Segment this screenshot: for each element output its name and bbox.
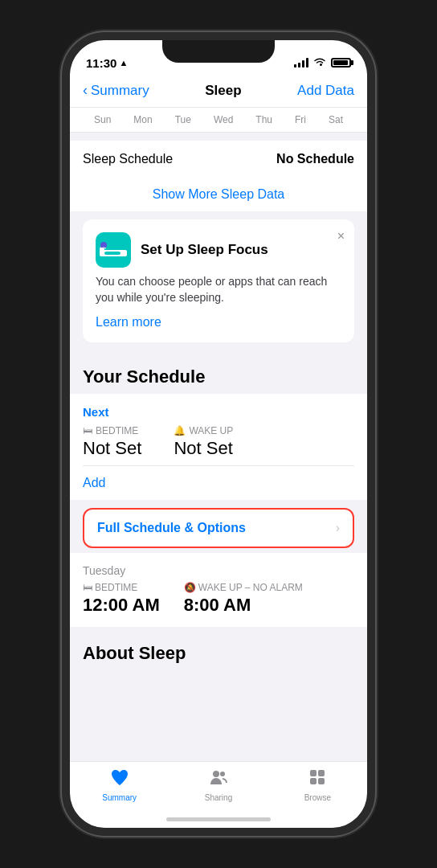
tab-summary[interactable]: Summary — [70, 768, 169, 802]
day-fri[interactable]: Fri — [295, 114, 306, 125]
tab-browse-label: Browse — [304, 793, 331, 802]
bell-icon: 🔕 — [184, 582, 196, 593]
bedtime-item: 🛏 BEDTIME Not Set — [83, 425, 141, 459]
day-sun[interactable]: Sun — [94, 114, 111, 125]
time-label: 11:30 — [86, 56, 116, 70]
bed-icon: 🛏 — [83, 425, 92, 436]
sleep-focus-card: × Set Up — [83, 219, 354, 342]
sleep-focus-title: Set Up Sleep Focus — [141, 242, 268, 258]
tab-sharing-label: Sharing — [205, 793, 232, 802]
tuesday-bedtime-value: 12:00 AM — [83, 595, 160, 616]
close-icon: × — [337, 229, 345, 243]
nav-bar: ‹ Summary Sleep Add Data — [70, 76, 367, 108]
day-wed[interactable]: Wed — [214, 114, 233, 125]
add-schedule-button[interactable]: Add — [70, 466, 367, 500]
wakeup-value: Not Set — [174, 438, 233, 459]
tuesday-wakeup-label: WAKE UP – NO ALARM — [198, 582, 303, 593]
your-schedule-header: Your Schedule — [70, 350, 367, 394]
svg-rect-2 — [104, 252, 120, 255]
show-more-sleep-data[interactable]: Show More Sleep Data — [70, 178, 367, 211]
day-thu[interactable]: Thu — [255, 114, 272, 125]
bed-icon-2: 🛏 — [83, 582, 92, 593]
phone-frame: 11:30 ▲ — [62, 32, 375, 836]
full-schedule-label: Full Schedule & Options — [97, 521, 246, 535]
add-data-button[interactable]: Add Data — [297, 83, 354, 99]
day-sat[interactable]: Sat — [329, 114, 343, 125]
svg-rect-8 — [310, 778, 317, 784]
tuesday-bedtime-type: 🛏 BEDTIME — [83, 582, 160, 593]
bedtime-type: 🛏 BEDTIME — [83, 425, 141, 436]
tuesday-day-label: Tuesday — [83, 564, 354, 577]
wifi-icon — [313, 57, 326, 69]
svg-point-5 — [220, 772, 225, 776]
back-label: Summary — [91, 83, 149, 99]
sleep-focus-header: Set Up Sleep Focus — [96, 232, 341, 268]
tuesday-bedtime-item: 🛏 BEDTIME 12:00 AM — [83, 582, 160, 616]
learn-more-link[interactable]: Learn more — [96, 315, 161, 329]
next-label: Next — [83, 405, 354, 419]
svg-rect-7 — [318, 770, 325, 776]
day-selector: Sun Mon Tue Wed Thu Fri Sat — [70, 108, 367, 133]
svg-point-4 — [213, 771, 219, 777]
notch — [162, 40, 275, 63]
sleep-focus-icon — [96, 232, 131, 268]
day-tue[interactable]: Tue — [175, 114, 191, 125]
chevron-left-icon: ‹ — [83, 82, 88, 99]
tuesday-schedule-card: Tuesday 🛏 BEDTIME 12:00 AM 🔕 — [70, 553, 367, 627]
page-title: Sleep — [205, 83, 241, 99]
back-button[interactable]: ‹ Summary — [83, 82, 149, 99]
wakeup-type: 🔔 WAKE UP — [174, 425, 233, 436]
tuesday-wakeup-type: 🔕 WAKE UP – NO ALARM — [184, 582, 303, 593]
show-more-text: Show More Sleep Data — [153, 187, 285, 201]
status-icons — [294, 57, 351, 69]
screen: 11:30 ▲ — [70, 40, 367, 828]
location-icon: ▲ — [119, 58, 128, 68]
about-sleep-header: About Sleep — [70, 627, 367, 670]
sleep-schedule-card: Sleep Schedule No Schedule — [70, 141, 367, 178]
sleep-schedule-value: No Schedule — [276, 152, 354, 166]
alarm-icon: 🔔 — [174, 425, 186, 436]
schedule-next-section: Next 🛏 BEDTIME Not Set — [70, 394, 367, 465]
tuesday-wakeup-value: 8:00 AM — [184, 595, 303, 616]
signal-icon — [294, 58, 308, 68]
tab-sharing[interactable]: Sharing — [169, 768, 268, 802]
heart-icon — [110, 768, 129, 791]
bedtime-label: BEDTIME — [96, 425, 138, 436]
wakeup-label: WAKE UP — [189, 425, 233, 436]
chevron-right-icon: › — [336, 521, 340, 535]
battery-icon — [331, 58, 351, 68]
svg-rect-9 — [318, 778, 325, 784]
phone-container: 11:30 ▲ — [0, 0, 437, 868]
tuesday-wakeup-item: 🔕 WAKE UP – NO ALARM 8:00 AM — [184, 582, 303, 616]
status-bar: 11:30 ▲ — [70, 40, 367, 76]
tab-summary-label: Summary — [102, 793, 137, 802]
bedtime-value: Not Set — [83, 438, 141, 459]
browse-icon — [308, 768, 326, 791]
home-indicator — [166, 817, 271, 821]
sleep-focus-description: You can choose people or apps that can r… — [96, 274, 341, 305]
tab-browse[interactable]: Browse — [268, 768, 367, 802]
sharing-icon — [209, 768, 228, 791]
next-schedule-card: Next 🛏 BEDTIME Not Set — [70, 394, 367, 500]
wakeup-item: 🔔 WAKE UP Not Set — [174, 425, 233, 459]
status-time: 11:30 ▲ — [86, 56, 128, 70]
tuesday-bedtime-label: BEDTIME — [95, 582, 137, 593]
schedule-row: 🛏 BEDTIME Not Set 🔔 WAKE UP Not — [83, 425, 354, 459]
tuesday-row: 🛏 BEDTIME 12:00 AM 🔕 WAKE UP – NO ALARM … — [83, 582, 354, 616]
sleep-schedule-label: Sleep Schedule — [83, 152, 173, 166]
close-button[interactable]: × — [337, 229, 345, 244]
full-schedule-button[interactable]: Full Schedule & Options › — [83, 508, 354, 548]
content-area: Sleep Schedule No Schedule Show More Sle… — [70, 133, 367, 746]
svg-rect-6 — [310, 770, 317, 776]
day-mon[interactable]: Mon — [133, 114, 152, 125]
